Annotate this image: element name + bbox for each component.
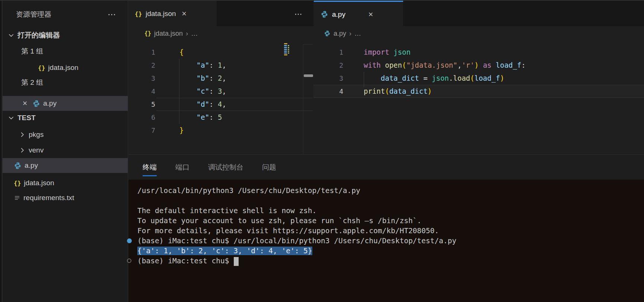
chevron-down-icon <box>8 115 15 121</box>
code-line[interactable]: 6 "e": 5 <box>128 111 313 124</box>
vscode-window: 资源管理器 ⋯ 打开的编辑器 第 1 组 {} jdata.json 第 2 组… <box>0 0 644 302</box>
close-icon[interactable]: × <box>366 10 375 19</box>
editor-group-1-label: 第 1 组 <box>3 44 128 59</box>
terminal-line: {'a': 1, 'b': 2, 'c': 3, 'd': 4, 'e': 5} <box>132 246 644 256</box>
scrollbar-thumb[interactable] <box>304 74 313 77</box>
editor-group-2-label: 第 2 组 <box>3 75 128 90</box>
activity-bar-edge <box>0 1 2 302</box>
open-editor-item-a-py[interactable]: × a.py <box>3 96 128 111</box>
line-number: 3 <box>313 72 343 85</box>
chevron-right-icon <box>19 147 26 154</box>
code-line[interactable]: 2 "a": 1, <box>128 59 313 72</box>
code-line[interactable]: 1import json <box>313 46 644 59</box>
json-code-area[interactable]: 1{2 "a": 1,3 "b": 2,4 "c": 3,5 "d": 4,6 … <box>128 46 313 137</box>
terminal-line: To update your account to use zsh, pleas… <box>132 216 644 226</box>
text-file-icon <box>14 195 20 201</box>
json-file-icon: {} <box>38 64 45 71</box>
tab-bar: {} jdata.json × ⋯ <box>128 1 313 27</box>
code-line[interactable]: 4 "c": 3, <box>128 85 313 98</box>
line-number: 1 <box>128 46 155 59</box>
bottom-panel: 终端 端口 调试控制台 问题 /usr/local/bin/python3 /U… <box>128 154 644 302</box>
terminal[interactable]: /usr/local/bin/python3 /Users/chu/Deskto… <box>128 180 644 302</box>
code-line[interactable]: 2with open("jdata.json",'r') as load_f: <box>313 59 644 72</box>
python-file-icon <box>324 30 331 37</box>
tree-root-test[interactable]: TEST <box>3 110 128 125</box>
tree-folder-venv[interactable]: venv <box>3 143 128 158</box>
breadcrumb-separator: › <box>349 30 351 38</box>
python-code-area[interactable]: 1import json2with open("jdata.json",'r')… <box>313 46 644 98</box>
tab-bar: a.py × <box>313 1 644 27</box>
line-number: 6 <box>128 111 155 124</box>
breadcrumb-more: … <box>354 30 361 38</box>
code-line[interactable]: 5 "d": 4, <box>128 98 313 111</box>
overview-ruler <box>303 44 313 154</box>
open-editors-header[interactable]: 打开的编辑器 <box>3 28 128 43</box>
close-icon[interactable]: × <box>20 99 29 108</box>
code-line[interactable]: 4print(data_dict) <box>313 85 644 98</box>
editor-group-python: a.py × a.py › … 1import json2with open("… <box>313 1 644 154</box>
terminal-line: (base) iMac:test chu$ <box>132 256 644 266</box>
terminal-line: /usr/local/bin/python3 /Users/chu/Deskto… <box>132 186 644 196</box>
json-file-icon: {} <box>135 10 142 17</box>
tree-file-requirements-txt[interactable]: requirements.txt <box>3 190 128 205</box>
code-line[interactable]: 7} <box>128 124 313 137</box>
terminal-line: (base) iMac:test chu$ /usr/local/bin/pyt… <box>132 236 644 246</box>
breadcrumb[interactable]: a.py › … <box>313 27 644 40</box>
code-line[interactable]: 3 "b": 2, <box>128 72 313 85</box>
panel-tab-problems[interactable]: 问题 <box>262 155 276 180</box>
line-number: 5 <box>128 98 155 111</box>
line-number: 3 <box>128 72 155 85</box>
panel-tab-terminal[interactable]: 终端 <box>143 155 157 180</box>
explorer-title: 资源管理器 <box>16 10 51 19</box>
code-line[interactable]: 3 data_dict = json.load(load_f) <box>313 72 644 85</box>
tree-file-a-py[interactable]: a.py <box>3 158 128 173</box>
breadcrumb[interactable]: {} jdata.json › … <box>128 27 313 40</box>
command-pending-icon[interactable] <box>127 258 131 263</box>
close-icon[interactable]: × <box>180 9 189 19</box>
breadcrumb-separator: › <box>186 30 188 38</box>
chevron-right-icon <box>19 131 26 138</box>
line-number: 1 <box>313 46 343 59</box>
tabbar-more-actions-icon[interactable]: ⋯ <box>294 10 303 19</box>
terminal-output: /usr/local/bin/python3 /Users/chu/Deskto… <box>132 186 644 266</box>
terminal-line: For more details, please visit https://s… <box>132 226 644 236</box>
line-number: 7 <box>128 124 155 137</box>
panel-tab-bar: 终端 端口 调试控制台 问题 <box>128 155 644 180</box>
terminal-cursor <box>234 257 239 266</box>
tab-a-py[interactable]: a.py × <box>314 1 403 27</box>
editor-group-json: {} jdata.json × ⋯ {} jdata.json › … 1{2 … <box>128 1 313 154</box>
open-editor-item-jdata-json[interactable]: {} jdata.json <box>3 60 128 75</box>
line-number: 4 <box>313 85 343 98</box>
explorer-more-actions-icon[interactable]: ⋯ <box>108 10 117 19</box>
terminal-line <box>132 196 644 206</box>
explorer-sidebar: 资源管理器 ⋯ 打开的编辑器 第 1 组 {} jdata.json 第 2 组… <box>3 1 128 302</box>
panel-tab-debug-console[interactable]: 调试控制台 <box>208 155 243 180</box>
python-file-icon <box>14 162 22 170</box>
line-number: 4 <box>128 85 155 98</box>
terminal-line: The default interactive shell is now zsh… <box>132 206 644 216</box>
explorer-title-row: 资源管理器 ⋯ <box>3 7 128 22</box>
python-file-icon <box>32 100 40 107</box>
tree-file-jdata-json[interactable]: {} jdata.json <box>3 176 128 190</box>
tab-jdata-json[interactable]: {} jdata.json × <box>128 1 217 27</box>
breadcrumb-more: … <box>191 30 198 38</box>
tree-folder-pkgs[interactable]: pkgs <box>3 127 128 142</box>
command-success-icon[interactable] <box>127 238 132 243</box>
line-number: 2 <box>128 59 155 72</box>
line-number: 2 <box>313 59 343 72</box>
json-file-icon: {} <box>144 30 151 37</box>
json-file-icon: {} <box>14 180 21 187</box>
panel-tab-ports[interactable]: 端口 <box>175 155 189 180</box>
minimap[interactable] <box>284 43 295 56</box>
python-file-icon <box>321 10 328 18</box>
chevron-down-icon <box>8 32 15 39</box>
